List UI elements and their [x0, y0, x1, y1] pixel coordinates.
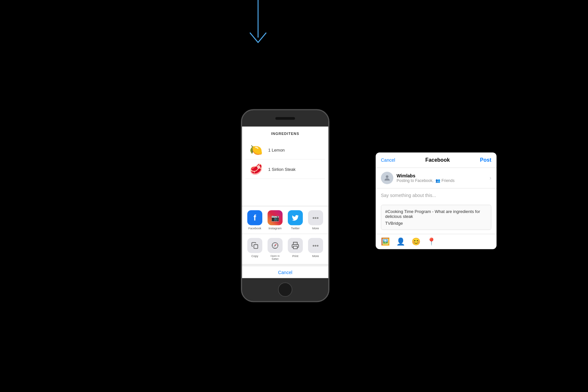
fb-username: Wimlabs	[397, 173, 454, 178]
fb-emoji-icon[interactable]: 😊	[412, 237, 420, 246]
print-label: Print	[292, 254, 299, 258]
fb-content-box: #Cooking Time Program - What are ingredi…	[381, 205, 491, 230]
facebook-icon: f	[253, 213, 256, 222]
fb-user-info: Wimlabs Posting to Facebook, 👥 Friends	[381, 172, 454, 184]
fb-location-icon[interactable]: 📍	[427, 237, 436, 246]
twitter-label: Twitter	[291, 227, 300, 230]
lemon-emoji: 🍋	[247, 144, 265, 156]
share-safari[interactable]: Open inSafari	[266, 238, 284, 260]
phone-speaker	[275, 117, 295, 120]
share-more-bottom[interactable]: ••• More	[307, 238, 325, 260]
phone-screen: INGREDITENS 🍋 1 Lemon 🥩 1 Sirlion Steak …	[242, 127, 328, 278]
ingredients-title: INGREDITENS	[245, 132, 325, 136]
fb-placeholder-text: Say something about this...	[381, 193, 436, 198]
copy-icon-wrapper	[247, 238, 262, 253]
facebook-icon-wrapper: f	[247, 210, 262, 225]
fb-text-input-area[interactable]: Say something about this...	[376, 188, 497, 205]
share-cancel-button[interactable]: Cancel	[242, 267, 328, 278]
fb-avatar	[381, 172, 393, 184]
fb-hashtag-text: #Cooking Time Program - What are ingredi…	[385, 209, 487, 219]
more-bottom-icon-wrapper: •••	[308, 238, 323, 253]
share-copy[interactable]: Copy	[246, 238, 264, 260]
more-top-dots-icon: •••	[313, 214, 319, 221]
share-print[interactable]: Print	[286, 238, 304, 260]
ingredient-row-lemon: 🍋 1 Lemon	[245, 140, 325, 160]
share-row-apps: f Facebook 📷 Instagram	[242, 206, 328, 234]
share-sheet: f Facebook 📷 Instagram	[242, 206, 328, 278]
facebook-post-dialog: Cancel Facebook Post Wimlabs Posting to …	[376, 153, 497, 249]
ingredients-area: INGREDITENS 🍋 1 Lemon 🥩 1 Sirlion Steak	[242, 127, 328, 206]
share-instagram[interactable]: 📷 Instagram	[266, 210, 284, 230]
ingredient-row-steak: 🥩 1 Sirlion Steak	[245, 160, 325, 179]
safari-icon	[271, 242, 279, 250]
fb-row-chevron: ›	[490, 175, 491, 181]
home-button[interactable]	[278, 283, 292, 297]
steak-text: 1 Sirlion Steak	[268, 167, 296, 172]
fb-post-button[interactable]: Post	[480, 157, 491, 163]
safari-label: Open inSafari	[270, 254, 280, 260]
share-more-top[interactable]: ••• More	[307, 210, 325, 230]
fb-dialog-title: Facebook	[425, 157, 450, 163]
copy-label: Copy	[251, 254, 258, 258]
copy-icon	[251, 242, 258, 249]
phone-top-bar	[242, 110, 328, 127]
instagram-icon: 📷	[271, 214, 279, 222]
twitter-icon-wrapper	[288, 210, 303, 225]
fb-posting-info: Posting to Facebook, 👥 Friends	[397, 178, 454, 183]
svg-rect-8	[293, 246, 297, 249]
friends-icon: 👥	[435, 178, 440, 183]
print-icon	[291, 242, 299, 250]
more-bottom-label: More	[312, 254, 319, 258]
fb-dialog-header: Cancel Facebook Post	[376, 153, 497, 168]
twitter-icon	[291, 214, 299, 222]
safari-icon-wrapper	[268, 238, 283, 253]
fb-cancel-button[interactable]: Cancel	[381, 157, 395, 163]
steak-emoji: 🥩	[247, 163, 265, 175]
more-top-icon-wrapper: •••	[308, 210, 323, 225]
fb-tag-icon[interactable]: 👤	[396, 237, 405, 246]
instagram-label: Instagram	[269, 227, 282, 230]
facebook-label: Facebook	[248, 227, 261, 230]
svg-point-9	[386, 175, 388, 178]
fb-user-details: Wimlabs Posting to Facebook, 👥 Friends	[397, 173, 454, 183]
print-icon-wrapper	[288, 238, 303, 253]
share-row-actions: Copy	[242, 234, 328, 265]
fb-tvbridge-text: TVBridge	[385, 221, 487, 226]
instagram-icon-wrapper: 📷	[268, 210, 283, 225]
share-twitter[interactable]: Twitter	[286, 210, 304, 230]
fb-user-row[interactable]: Wimlabs Posting to Facebook, 👥 Friends ›	[376, 168, 497, 188]
phone-bottom-bar	[242, 278, 328, 301]
arrow-down	[245, 0, 271, 47]
svg-rect-1	[254, 245, 258, 249]
fb-photo-icon[interactable]: 🖼️	[381, 237, 390, 246]
more-bottom-dots-icon: •••	[313, 242, 319, 249]
lemon-text: 1 Lemon	[268, 147, 285, 152]
fb-actions-row: 🖼️ 👤 😊 📍	[376, 234, 497, 249]
share-facebook[interactable]: f Facebook	[246, 210, 264, 230]
more-top-label: More	[312, 227, 319, 230]
phone-mockup: INGREDITENS 🍋 1 Lemon 🥩 1 Sirlion Steak …	[241, 109, 329, 302]
